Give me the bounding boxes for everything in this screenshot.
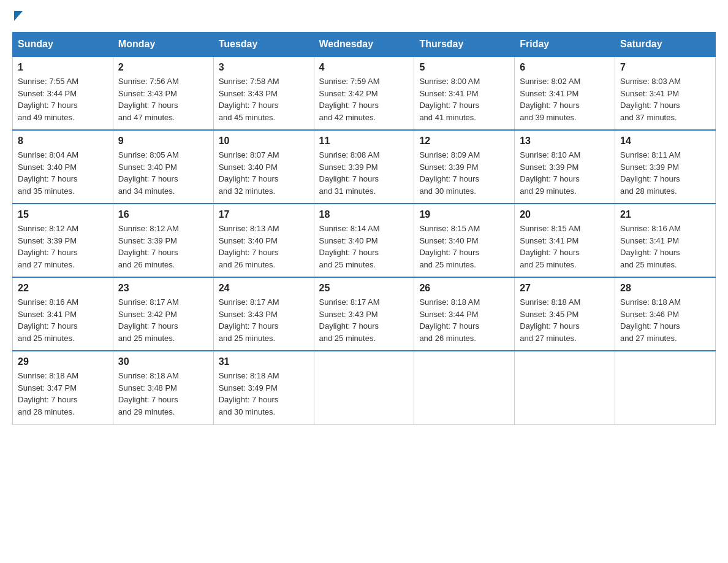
day-cell: 10 Sunrise: 8:07 AMSunset: 3:40 PMDaylig…	[213, 130, 314, 204]
day-number: 18	[319, 209, 409, 220]
day-number: 8	[18, 136, 108, 147]
day-info: Sunrise: 8:11 AMSunset: 3:39 PMDaylight:…	[620, 149, 710, 197]
day-cell: 30 Sunrise: 8:18 AMSunset: 3:48 PMDaylig…	[113, 351, 213, 424]
day-number: 3	[219, 62, 309, 73]
day-cell: 15 Sunrise: 8:12 AMSunset: 3:39 PMDaylig…	[13, 204, 113, 277]
day-info: Sunrise: 8:18 AMSunset: 3:47 PMDaylight:…	[18, 370, 108, 418]
logo-row1	[12, 12, 23, 22]
day-info: Sunrise: 8:09 AMSunset: 3:39 PMDaylight:…	[419, 149, 509, 197]
col-header-monday: Monday	[113, 33, 213, 57]
day-info: Sunrise: 8:18 AMSunset: 3:49 PMDaylight:…	[219, 370, 309, 418]
day-info: Sunrise: 8:16 AMSunset: 3:41 PMDaylight:…	[18, 296, 108, 344]
day-cell: 18 Sunrise: 8:14 AMSunset: 3:40 PMDaylig…	[314, 204, 414, 277]
day-cell	[314, 351, 414, 424]
week-row-3: 15 Sunrise: 8:12 AMSunset: 3:39 PMDaylig…	[13, 204, 716, 277]
logo	[12, 12, 23, 20]
day-number: 19	[419, 209, 509, 220]
day-cell: 12 Sunrise: 8:09 AMSunset: 3:39 PMDaylig…	[414, 130, 515, 204]
day-number: 1	[18, 62, 108, 73]
day-info: Sunrise: 8:17 AMSunset: 3:43 PMDaylight:…	[319, 296, 409, 344]
day-cell: 5 Sunrise: 8:00 AMSunset: 3:41 PMDayligh…	[414, 56, 515, 130]
calendar-header: SundayMondayTuesdayWednesdayThursdayFrid…	[13, 33, 716, 57]
day-info: Sunrise: 8:18 AMSunset: 3:44 PMDaylight:…	[419, 296, 509, 344]
day-cell: 14 Sunrise: 8:11 AMSunset: 3:39 PMDaylig…	[615, 130, 716, 204]
day-info: Sunrise: 7:56 AMSunset: 3:43 PMDaylight:…	[118, 75, 208, 123]
day-info: Sunrise: 8:18 AMSunset: 3:45 PMDaylight:…	[520, 296, 610, 344]
day-info: Sunrise: 7:59 AMSunset: 3:42 PMDaylight:…	[319, 75, 409, 123]
day-cell: 4 Sunrise: 7:59 AMSunset: 3:42 PMDayligh…	[314, 56, 414, 130]
col-header-friday: Friday	[515, 33, 615, 57]
col-header-sunday: Sunday	[13, 33, 113, 57]
week-row-1: 1 Sunrise: 7:55 AMSunset: 3:44 PMDayligh…	[13, 56, 716, 130]
day-number: 2	[118, 62, 208, 73]
day-cell: 7 Sunrise: 8:03 AMSunset: 3:41 PMDayligh…	[615, 56, 716, 130]
day-info: Sunrise: 8:18 AMSunset: 3:48 PMDaylight:…	[118, 370, 208, 418]
day-number: 16	[118, 209, 208, 220]
day-cell: 1 Sunrise: 7:55 AMSunset: 3:44 PMDayligh…	[13, 56, 113, 130]
day-cell: 22 Sunrise: 8:16 AMSunset: 3:41 PMDaylig…	[13, 277, 113, 351]
day-info: Sunrise: 8:16 AMSunset: 3:41 PMDaylight:…	[620, 223, 710, 270]
day-number: 14	[620, 136, 710, 147]
day-info: Sunrise: 8:12 AMSunset: 3:39 PMDaylight:…	[118, 223, 208, 270]
day-cell: 20 Sunrise: 8:15 AMSunset: 3:41 PMDaylig…	[515, 204, 615, 277]
day-number: 6	[520, 62, 610, 73]
day-number: 5	[419, 62, 509, 73]
day-number: 10	[219, 136, 309, 147]
day-number: 11	[319, 136, 409, 147]
logo-arrow-icon	[14, 11, 23, 21]
day-cell: 6 Sunrise: 8:02 AMSunset: 3:41 PMDayligh…	[515, 56, 615, 130]
day-number: 29	[18, 356, 108, 367]
day-info: Sunrise: 8:00 AMSunset: 3:41 PMDaylight:…	[419, 75, 509, 123]
day-number: 25	[319, 283, 409, 294]
day-number: 7	[620, 62, 710, 73]
day-cell: 13 Sunrise: 8:10 AMSunset: 3:39 PMDaylig…	[515, 130, 615, 204]
day-cell: 24 Sunrise: 8:17 AMSunset: 3:43 PMDaylig…	[213, 277, 314, 351]
day-cell: 31 Sunrise: 8:18 AMSunset: 3:49 PMDaylig…	[213, 351, 314, 424]
day-number: 12	[419, 136, 509, 147]
day-info: Sunrise: 8:17 AMSunset: 3:42 PMDaylight:…	[118, 296, 208, 344]
day-cell: 28 Sunrise: 8:18 AMSunset: 3:46 PMDaylig…	[615, 277, 716, 351]
day-info: Sunrise: 8:03 AMSunset: 3:41 PMDaylight:…	[620, 75, 710, 123]
day-cell: 3 Sunrise: 7:58 AMSunset: 3:43 PMDayligh…	[213, 56, 314, 130]
day-number: 28	[620, 283, 710, 294]
col-header-wednesday: Wednesday	[314, 33, 414, 57]
day-number: 31	[219, 356, 309, 367]
calendar-body: 1 Sunrise: 7:55 AMSunset: 3:44 PMDayligh…	[13, 56, 716, 424]
day-number: 15	[18, 209, 108, 220]
day-number: 4	[319, 62, 409, 73]
day-info: Sunrise: 7:58 AMSunset: 3:43 PMDaylight:…	[219, 75, 309, 123]
day-cell: 29 Sunrise: 8:18 AMSunset: 3:47 PMDaylig…	[13, 351, 113, 424]
day-number: 20	[520, 209, 610, 220]
day-number: 24	[219, 283, 309, 294]
day-info: Sunrise: 8:08 AMSunset: 3:39 PMDaylight:…	[319, 149, 409, 197]
day-cell: 9 Sunrise: 8:05 AMSunset: 3:40 PMDayligh…	[113, 130, 213, 204]
day-number: 9	[118, 136, 208, 147]
day-number: 22	[18, 283, 108, 294]
day-info: Sunrise: 8:17 AMSunset: 3:43 PMDaylight:…	[219, 296, 309, 344]
col-header-thursday: Thursday	[414, 33, 515, 57]
day-cell	[515, 351, 615, 424]
header-row: SundayMondayTuesdayWednesdayThursdayFrid…	[13, 33, 716, 57]
day-info: Sunrise: 8:07 AMSunset: 3:40 PMDaylight:…	[219, 149, 309, 197]
day-cell: 2 Sunrise: 7:56 AMSunset: 3:43 PMDayligh…	[113, 56, 213, 130]
day-number: 27	[520, 283, 610, 294]
day-cell: 26 Sunrise: 8:18 AMSunset: 3:44 PMDaylig…	[414, 277, 515, 351]
day-cell: 23 Sunrise: 8:17 AMSunset: 3:42 PMDaylig…	[113, 277, 213, 351]
day-info: Sunrise: 8:02 AMSunset: 3:41 PMDaylight:…	[520, 75, 610, 123]
week-row-2: 8 Sunrise: 8:04 AMSunset: 3:40 PMDayligh…	[13, 130, 716, 204]
day-cell: 21 Sunrise: 8:16 AMSunset: 3:41 PMDaylig…	[615, 204, 716, 277]
day-cell	[615, 351, 716, 424]
day-info: Sunrise: 8:18 AMSunset: 3:46 PMDaylight:…	[620, 296, 710, 344]
week-row-5: 29 Sunrise: 8:18 AMSunset: 3:47 PMDaylig…	[13, 351, 716, 424]
day-number: 30	[118, 356, 208, 367]
day-number: 21	[620, 209, 710, 220]
calendar-table: SundayMondayTuesdayWednesdayThursdayFrid…	[12, 32, 716, 425]
day-number: 23	[118, 283, 208, 294]
day-info: Sunrise: 8:14 AMSunset: 3:40 PMDaylight:…	[319, 223, 409, 270]
day-cell: 17 Sunrise: 8:13 AMSunset: 3:40 PMDaylig…	[213, 204, 314, 277]
day-info: Sunrise: 7:55 AMSunset: 3:44 PMDaylight:…	[18, 75, 108, 123]
day-cell: 16 Sunrise: 8:12 AMSunset: 3:39 PMDaylig…	[113, 204, 213, 277]
day-info: Sunrise: 8:05 AMSunset: 3:40 PMDaylight:…	[118, 149, 208, 197]
day-info: Sunrise: 8:15 AMSunset: 3:41 PMDaylight:…	[520, 223, 610, 270]
page-header	[12, 12, 716, 20]
